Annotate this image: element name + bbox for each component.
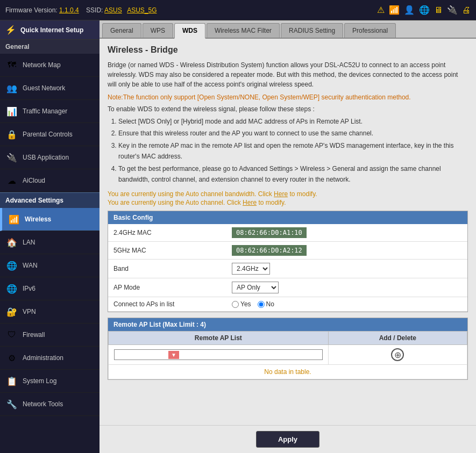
basic-config-header: Basic Config: [108, 211, 467, 224]
monitor-icon: 🖥: [434, 5, 443, 15]
vpn-label: VPN: [23, 308, 36, 315]
wifi-icon: 📶: [389, 5, 400, 15]
firewall-label: Firewall: [23, 331, 45, 339]
sidebar-item-usb-application[interactable]: 🔌 USB Application: [0, 146, 100, 169]
connect-aps-value: Yes No: [232, 300, 462, 308]
general-section-header: General: [0, 40, 100, 54]
usb-application-label: USB Application: [23, 154, 69, 161]
sidebar-item-network-map[interactable]: 🗺 Network Map: [0, 54, 100, 77]
header-icons: ⚠ 📶 👤 🌐 🖥 🔌 🖨: [377, 5, 471, 15]
printer-icon: 🖨: [462, 5, 471, 15]
connect-yes-text: Yes: [240, 300, 251, 308]
warning-icon: ⚠: [377, 5, 385, 15]
step-3: Key in the remote AP mac in the remote A…: [118, 140, 468, 162]
step-1: Select [WDS Only] or [Hybrid] mode and a…: [118, 116, 468, 127]
usb-icon: 🔌: [447, 5, 458, 15]
tab-wps[interactable]: WPS: [143, 23, 173, 38]
band-value: 2.4GHz 5GHz: [232, 263, 462, 275]
vpn-icon: 🔐: [5, 305, 18, 318]
dropdown-arrow-icon[interactable]: ▼: [168, 351, 179, 359]
remote-ap-input[interactable]: [115, 350, 168, 359]
add-ap-button[interactable]: ⊕: [391, 348, 404, 361]
band-select[interactable]: 2.4GHz 5GHz: [232, 263, 270, 275]
sidebar-item-firewall[interactable]: 🛡 Firewall: [0, 323, 100, 347]
sidebar-item-parental-controls[interactable]: 🔒 Parental Controls: [0, 123, 100, 146]
tab-bar: General WPS WDS Wireless MAC Filter RADI…: [100, 20, 476, 39]
ap-mode-value: AP Only WDS Only Hybrid: [232, 282, 462, 293]
traffic-manager-label: Traffic Manager: [23, 107, 67, 115]
lan-icon: 🏠: [5, 236, 18, 249]
remote-ap-input-row: ▼ ⊕: [109, 345, 467, 365]
lan-label: LAN: [23, 239, 35, 246]
sidebar-item-lan[interactable]: 🏠 LAN: [0, 231, 100, 254]
wan-icon: 🌐: [5, 259, 18, 272]
sidebar-item-vpn[interactable]: 🔐 VPN: [0, 300, 100, 323]
remote-ap-dropdown[interactable]: ▼: [114, 349, 323, 360]
quick-setup-icon: ⚡: [5, 25, 16, 35]
sidebar-item-guest-network[interactable]: 👥 Guest Network: [0, 77, 100, 100]
apply-bar: Apply: [100, 425, 476, 453]
notice-channel: You are currently using the Auto channel…: [108, 199, 468, 206]
user-icon: 👤: [404, 5, 415, 15]
content-area: Wireless - Bridge Bridge (or named WDS -…: [100, 39, 476, 425]
add-delete-cell: ⊕: [328, 345, 467, 365]
ap-mode-select[interactable]: AP Only WDS Only Hybrid: [232, 282, 279, 293]
ssid2[interactable]: ASUS_5G: [127, 6, 157, 14]
sidebar-item-aicloud[interactable]: ☁ AiCloud: [0, 169, 100, 192]
connect-yes-label[interactable]: Yes: [232, 300, 251, 308]
band-label: Band: [113, 265, 232, 272]
main-panel: General WPS WDS Wireless MAC Filter RADI…: [100, 20, 476, 453]
administration-label: Administration: [23, 354, 63, 362]
tab-wireless-mac-filter[interactable]: Wireless MAC Filter: [207, 23, 280, 38]
ap-mode-row: AP Mode AP Only WDS Only Hybrid: [108, 278, 467, 297]
steps-list: Select [WDS Only] or [Hybrid] mode and a…: [108, 116, 468, 185]
remote-ap-input-cell: ▼: [109, 345, 329, 365]
mac-5-label: 5GHz MAC: [113, 247, 232, 254]
apply-button[interactable]: Apply: [256, 431, 319, 448]
tab-radius-setting[interactable]: RADIUS Setting: [281, 23, 343, 38]
network-map-label: Network Map: [23, 61, 61, 69]
mac-24-display: 08:62:66:D0:A1:10: [232, 227, 307, 238]
connect-radio-group: Yes No: [232, 300, 274, 308]
quick-setup-button[interactable]: ⚡ Quick Internet Setup: [0, 20, 100, 40]
advanced-settings-header: Advanced Settings: [0, 192, 100, 208]
layout: ⚡ Quick Internet Setup General 🗺 Network…: [0, 20, 476, 453]
sidebar-item-system-log[interactable]: 📋 System Log: [0, 370, 100, 393]
sidebar-item-wan[interactable]: 🌐 WAN: [0, 254, 100, 277]
usb-application-icon: 🔌: [5, 151, 18, 164]
traffic-manager-icon: 📊: [5, 105, 18, 118]
modify-channel-link[interactable]: Here: [243, 199, 257, 206]
ssid1[interactable]: ASUS: [104, 6, 122, 14]
security-note: Note:The function only support [Open Sys…: [108, 94, 468, 101]
description-text: Bridge (or named WDS - Wireless Distribu…: [108, 60, 468, 89]
globe-icon: 🌐: [419, 5, 430, 15]
connect-no-radio[interactable]: [258, 301, 265, 308]
firmware-version[interactable]: 1.1.0.4: [59, 6, 79, 14]
step-4: To get the best performance, please go t…: [118, 163, 468, 185]
tab-general[interactable]: General: [102, 23, 141, 38]
mac-5-value: 08:62:66:D0:A2:12: [232, 245, 462, 256]
firmware-label: Firmware Version:: [5, 6, 58, 14]
remote-ap-table: Remote AP List Add / Delete ▼: [108, 331, 467, 379]
tab-professional[interactable]: Professional: [344, 23, 396, 38]
remote-ap-section: Remote AP List (Max Limit : 4) Remote AP…: [108, 318, 468, 380]
sidebar-item-wireless[interactable]: 📶 Wireless: [0, 208, 100, 231]
modify-bandwidth-link[interactable]: Here: [274, 190, 288, 198]
mac-24-value: 08:62:66:D0:A1:10: [232, 227, 462, 238]
system-log-icon: 📋: [5, 375, 18, 387]
tab-wds[interactable]: WDS: [174, 23, 205, 39]
aicloud-icon: ☁: [5, 174, 18, 187]
network-map-icon: 🗺: [5, 59, 18, 71]
connect-no-label[interactable]: No: [258, 300, 274, 308]
sidebar-item-administration[interactable]: ⚙ Administration: [0, 347, 100, 370]
sidebar-item-ipv6[interactable]: 🌐 IPv6: [0, 277, 100, 300]
parental-controls-label: Parental Controls: [23, 131, 73, 138]
connect-aps-row: Connect to APs in list Yes No: [108, 297, 467, 312]
guest-network-icon: 👥: [5, 82, 18, 95]
sidebar-item-traffic-manager[interactable]: 📊 Traffic Manager: [0, 100, 100, 123]
steps-intro: To enable WDS to extend the wireless sig…: [108, 105, 468, 113]
sidebar-item-network-tools[interactable]: 🔧 Network Tools: [0, 393, 100, 416]
system-log-label: System Log: [23, 377, 56, 385]
connect-yes-radio[interactable]: [232, 301, 239, 308]
mac-5-display: 08:62:66:D0:A2:12: [232, 245, 307, 256]
